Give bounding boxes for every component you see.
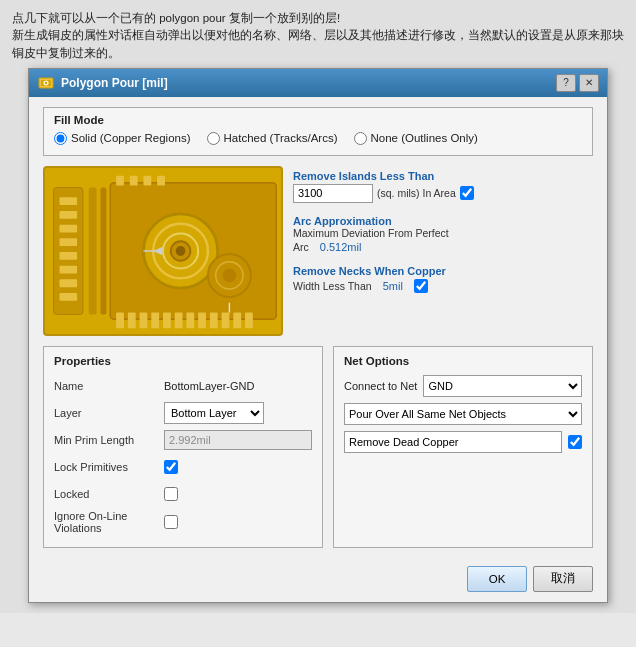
svg-rect-39 xyxy=(130,176,138,186)
islands-unit: (sq. mils) In Area xyxy=(377,187,456,199)
lock-primitives-label: Lock Primitives xyxy=(54,461,164,473)
none-option[interactable]: None (Outlines Only) xyxy=(354,132,478,145)
annotations-area: Remove Islands Less Than (sq. mils) In A… xyxy=(293,166,593,336)
locked-label: Locked xyxy=(54,488,164,500)
svg-rect-31 xyxy=(186,312,194,328)
arc-detail: Maximum Deviation From Perfect xyxy=(293,227,593,239)
svg-rect-5 xyxy=(59,197,77,205)
connect-net-select[interactable]: GND VCC xyxy=(423,375,582,397)
svg-rect-38 xyxy=(116,176,124,186)
necks-annotation: Remove Necks When Copper Width Less Than… xyxy=(293,265,593,293)
svg-rect-26 xyxy=(128,312,136,328)
hatched-option[interactable]: Hatched (Tracks/Arcs) xyxy=(207,132,338,145)
remove-dead-checkbox[interactable] xyxy=(568,435,582,449)
arc-label: Arc xyxy=(293,241,309,253)
svg-rect-30 xyxy=(175,312,183,328)
svg-rect-35 xyxy=(233,312,241,328)
ignore-violations-checkbox[interactable] xyxy=(164,515,178,529)
dialog-title: Polygon Pour [mil] xyxy=(61,76,553,90)
net-options-panel: Net Options Connect to Net GND VCC Pour … xyxy=(333,346,593,548)
dialog-footer: OK 取消 xyxy=(29,560,607,602)
pcb-illustration xyxy=(43,166,283,336)
connect-net-row: Connect to Net GND VCC xyxy=(344,375,582,397)
islands-annotation: Remove Islands Less Than (sq. mils) In A… xyxy=(293,170,593,203)
svg-rect-32 xyxy=(198,312,206,328)
svg-rect-40 xyxy=(143,176,151,186)
layer-row: Layer Bottom Layer Top Layer xyxy=(54,402,312,424)
hatched-label: Hatched (Tracks/Arcs) xyxy=(224,132,338,144)
intro-paragraph: 点几下就可以从一个已有的 polygon pour 复制一个放到别的层! 新生成… xyxy=(12,10,624,62)
fill-mode-section: Fill Mode Solid (Copper Regions) Hatched… xyxy=(43,107,593,156)
arc-title: Arc Approximation xyxy=(293,215,593,227)
locked-checkbox[interactable] xyxy=(164,487,178,501)
none-label: None (Outlines Only) xyxy=(371,132,478,144)
middle-section: Remove Islands Less Than (sq. mils) In A… xyxy=(43,166,593,336)
necks-value: 5mil xyxy=(383,280,403,292)
svg-rect-9 xyxy=(59,252,77,260)
svg-rect-34 xyxy=(222,312,230,328)
min-prim-input xyxy=(164,430,312,450)
properties-panel: Properties Name BottomLayer-GND Layer Bo… xyxy=(43,346,323,548)
min-prim-row: Min Prim Length xyxy=(54,429,312,451)
properties-title: Properties xyxy=(54,355,312,367)
svg-point-20 xyxy=(176,246,186,256)
dialog-body: Fill Mode Solid (Copper Regions) Hatched… xyxy=(29,97,607,560)
svg-rect-11 xyxy=(59,279,77,287)
dialog-icon xyxy=(37,74,55,92)
svg-rect-12 xyxy=(59,293,77,301)
svg-rect-14 xyxy=(101,187,107,314)
name-row: Name BottomLayer-GND xyxy=(54,375,312,397)
dialog-window: Polygon Pour [mil] ? ✕ Fill Mode Solid (… xyxy=(28,68,608,603)
islands-value-input[interactable] xyxy=(293,184,373,203)
ok-button[interactable]: OK xyxy=(467,566,527,592)
svg-rect-29 xyxy=(163,312,171,328)
connect-net-label: Connect to Net xyxy=(344,380,417,392)
necks-title: Remove Necks When Copper xyxy=(293,265,593,277)
svg-rect-7 xyxy=(59,224,77,232)
pour-over-row: Pour Over All Same Net Objects Don't Pou… xyxy=(344,403,582,425)
svg-rect-27 xyxy=(140,312,148,328)
help-button[interactable]: ? xyxy=(556,74,576,92)
svg-rect-10 xyxy=(59,265,77,273)
ignore-violations-row: Ignore On-Line Violations xyxy=(54,510,312,534)
arc-annotation: Arc Approximation Maximum Deviation From… xyxy=(293,215,593,253)
islands-title: Remove Islands Less Than xyxy=(293,170,593,182)
cancel-button[interactable]: 取消 xyxy=(533,566,593,592)
remove-dead-input xyxy=(344,431,562,453)
svg-rect-8 xyxy=(59,238,77,246)
fill-mode-radio-group: Solid (Copper Regions) Hatched (Tracks/A… xyxy=(54,132,582,145)
necks-checkbox[interactable] xyxy=(414,279,428,293)
lock-primitives-checkbox[interactable] xyxy=(164,460,178,474)
svg-rect-41 xyxy=(157,176,165,186)
lock-primitives-row: Lock Primitives xyxy=(54,456,312,478)
svg-point-24 xyxy=(223,268,237,282)
layer-label: Layer xyxy=(54,407,164,419)
svg-rect-33 xyxy=(210,312,218,328)
remove-dead-row xyxy=(344,431,582,453)
solid-label: Solid (Copper Regions) xyxy=(71,132,191,144)
svg-rect-6 xyxy=(59,211,77,219)
dialog-titlebar: Polygon Pour [mil] ? ✕ xyxy=(29,69,607,97)
name-value: BottomLayer-GND xyxy=(164,380,254,392)
svg-rect-36 xyxy=(245,312,253,328)
intro-line2: 新生成铜皮的属性对话框自动弹出以便对他的名称、网络、层以及其他描述进行修改，当然… xyxy=(12,29,624,58)
ignore-violations-label: Ignore On-Line Violations xyxy=(54,510,164,534)
layer-select[interactable]: Bottom Layer Top Layer xyxy=(164,402,264,424)
solid-option[interactable]: Solid (Copper Regions) xyxy=(54,132,191,145)
svg-rect-28 xyxy=(151,312,159,328)
net-options-title: Net Options xyxy=(344,355,582,367)
islands-checkbox[interactable] xyxy=(460,186,474,200)
svg-rect-13 xyxy=(89,187,97,314)
close-button[interactable]: ✕ xyxy=(579,74,599,92)
locked-row: Locked xyxy=(54,483,312,505)
fill-mode-label: Fill Mode xyxy=(54,114,582,126)
bottom-panels: Properties Name BottomLayer-GND Layer Bo… xyxy=(43,346,593,548)
name-label: Name xyxy=(54,380,164,392)
arc-value: 0.512mil xyxy=(320,241,362,253)
min-prim-label: Min Prim Length xyxy=(54,434,164,446)
intro-line1: 点几下就可以从一个已有的 polygon pour 复制一个放到别的层! xyxy=(12,12,340,24)
necks-detail: Width Less Than xyxy=(293,280,372,292)
svg-rect-25 xyxy=(116,312,124,328)
pour-over-select[interactable]: Pour Over All Same Net Objects Don't Pou… xyxy=(344,403,582,425)
